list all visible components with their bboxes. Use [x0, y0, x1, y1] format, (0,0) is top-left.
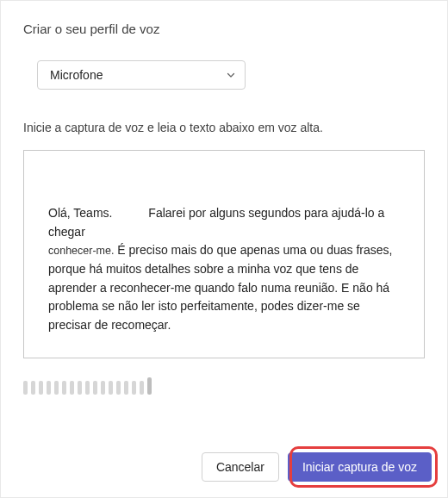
- meter-bar: [54, 381, 59, 395]
- chevron-down-icon: [226, 70, 236, 80]
- meter-bar: [124, 381, 128, 395]
- script-line2-small: conhecer-me.: [48, 245, 114, 257]
- microphone-dropdown[interactable]: Microfone: [37, 60, 246, 90]
- start-capture-button[interactable]: Iniciar captura de voz: [288, 452, 432, 482]
- meter-bar: [78, 381, 82, 395]
- cancel-button[interactable]: Cancelar: [202, 452, 279, 482]
- meter-bar: [109, 381, 113, 395]
- meter-bar: [70, 381, 74, 395]
- page-title: Criar o seu perfil de voz: [23, 22, 425, 36]
- reading-script-box: Olá, Teams. Falarei por alguns segundos …: [23, 150, 425, 358]
- meter-bar: [62, 381, 66, 395]
- meter-bar: [31, 381, 35, 395]
- meter-bar: [93, 381, 97, 395]
- microphone-selected-label: Microfone: [50, 68, 103, 82]
- instruction-text: Inicie a captura de voz e leia o texto a…: [23, 121, 425, 134]
- dialog-button-row: Cancelar Iniciar captura de voz: [202, 452, 432, 482]
- meter-bar: [116, 381, 121, 395]
- meter-bar: [101, 381, 105, 395]
- meter-bar: [85, 381, 90, 395]
- script-greeting: Olá, Teams.: [48, 206, 112, 220]
- voice-level-meter: [23, 377, 425, 395]
- meter-bar: [47, 381, 51, 395]
- meter-bar: [147, 377, 152, 395]
- meter-bar: [132, 381, 136, 395]
- meter-bar: [39, 381, 43, 395]
- meter-bar: [23, 381, 28, 395]
- meter-bar: [140, 381, 144, 395]
